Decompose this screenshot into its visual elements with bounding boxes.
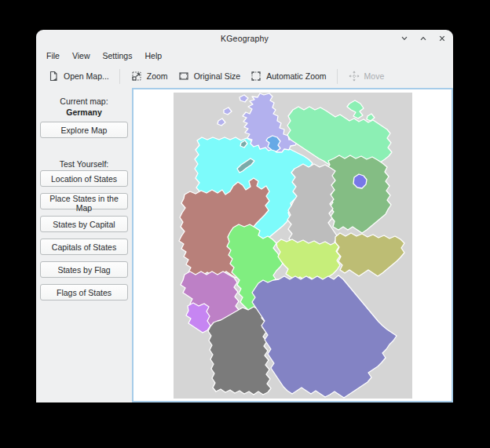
zoom-label: Zoom bbox=[147, 71, 168, 81]
window-controls bbox=[400, 30, 446, 47]
kgeography-window: KGeography File View Settings Help Open … bbox=[36, 30, 453, 402]
menu-help[interactable]: Help bbox=[138, 49, 168, 63]
menubar: File View Settings Help bbox=[36, 47, 453, 64]
current-map-label: Current map: bbox=[36, 97, 132, 106]
toolbar-separator bbox=[337, 69, 338, 84]
open-map-label: Open Map... bbox=[64, 71, 109, 81]
quiz-location-of-states-button[interactable]: Location of States bbox=[40, 170, 128, 187]
menu-view[interactable]: View bbox=[66, 49, 97, 63]
automatic-zoom-label: Automatic Zoom bbox=[266, 71, 326, 81]
open-map-icon bbox=[47, 70, 60, 82]
germany-map bbox=[174, 93, 412, 399]
quiz-states-by-flag-button[interactable]: States by Flag bbox=[40, 261, 128, 278]
explore-map-button[interactable]: Explore Map bbox=[40, 122, 128, 138]
quiz-place-states-button[interactable]: Place States in the Map bbox=[40, 193, 128, 209]
zoom-button[interactable]: Zoom bbox=[126, 67, 173, 86]
sidebar-spacer bbox=[36, 144, 132, 158]
minimize-icon[interactable] bbox=[400, 35, 408, 43]
titlebar[interactable]: KGeography bbox=[36, 30, 453, 47]
move-icon bbox=[348, 70, 360, 82]
quiz-flags-of-states-button[interactable]: Flags of States bbox=[40, 284, 128, 300]
maximize-icon[interactable] bbox=[419, 35, 427, 43]
zoom-icon bbox=[130, 70, 143, 82]
automatic-zoom-button[interactable]: Automatic Zoom bbox=[245, 67, 331, 86]
original-size-icon bbox=[177, 70, 190, 82]
toolbar: Open Map... Zoom Original Size Automatic… bbox=[36, 64, 453, 88]
state-thuringia[interactable] bbox=[276, 239, 340, 280]
automatic-zoom-icon bbox=[250, 70, 262, 82]
current-map-value: Germany bbox=[36, 107, 132, 117]
test-yourself-label: Test Yourself: bbox=[36, 159, 132, 169]
close-icon[interactable] bbox=[437, 35, 446, 43]
main-content: Current map: Germany Explore Map Test Yo… bbox=[36, 88, 453, 402]
sidebar: Current map: Germany Explore Map Test Yo… bbox=[36, 88, 132, 402]
original-size-button[interactable]: Original Size bbox=[173, 67, 246, 86]
menu-settings[interactable]: Settings bbox=[97, 49, 139, 63]
quiz-states-by-capital-button[interactable]: States by Capital bbox=[40, 216, 128, 232]
map-view[interactable] bbox=[132, 88, 453, 402]
move-label: Move bbox=[364, 71, 385, 81]
menu-file[interactable]: File bbox=[40, 49, 66, 63]
toolbar-separator bbox=[119, 69, 120, 84]
quiz-capitals-of-states-button[interactable]: Capitals of States bbox=[40, 239, 128, 255]
move-button: Move bbox=[343, 67, 389, 86]
original-size-label: Original Size bbox=[194, 71, 241, 81]
window-title: KGeography bbox=[221, 34, 269, 43]
open-map-button[interactable]: Open Map... bbox=[42, 67, 114, 86]
